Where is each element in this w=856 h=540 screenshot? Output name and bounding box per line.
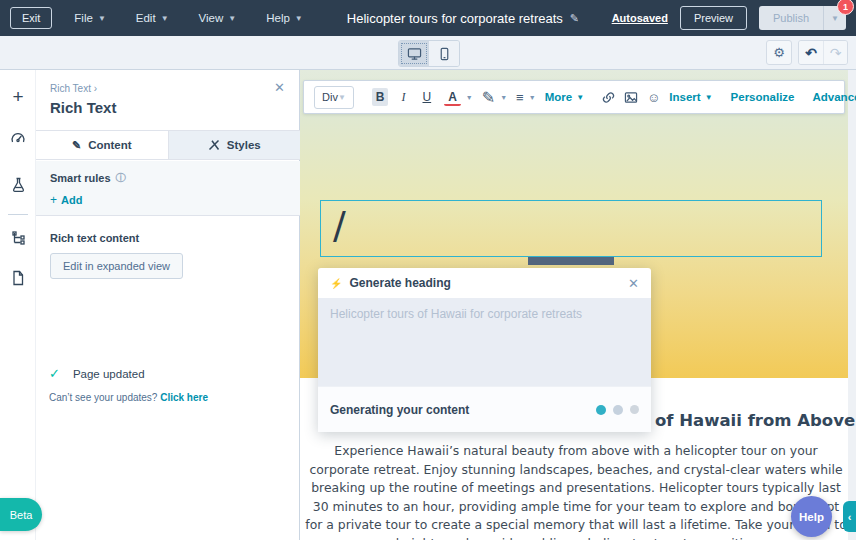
mobile-icon [438,47,451,61]
chevron-down-icon[interactable]: ▼ [529,94,536,101]
prompt-input[interactable]: Helicopter tours of Hawaii for corporate… [318,298,651,386]
loading-dot [613,405,623,415]
menu-view[interactable]: View ▼ [199,12,237,24]
editor-settings-group: ⚙ ↶ ↷ [766,40,848,65]
add-module-button[interactable]: + [0,80,36,114]
tree-icon [11,231,26,246]
tab-styles-label: Styles [227,139,261,151]
redo-icon: ↷ [830,45,842,61]
personalize-button[interactable]: Personalize [731,91,795,103]
rich-text-content-label: Rich text content [50,232,286,244]
prompt-placeholder: Helicopter tours of Hawaii for corporate… [330,307,639,321]
gear-icon: ⚙ [773,45,785,60]
undo-button[interactable]: ↶ [799,41,823,64]
page-title: Helicopter tours for corporate retreats [347,11,563,26]
advanced-menu[interactable]: Advanced ▼ [813,91,856,103]
close-panel-icon[interactable]: ✕ [274,80,285,95]
modal-header: ⚡ Generate heading ✕ [318,268,651,298]
exit-button[interactable]: Exit [10,7,52,29]
modal-close-icon[interactable]: ✕ [628,276,639,291]
edit-expanded-view-button[interactable]: Edit in expanded view [50,253,183,279]
info-icon[interactable]: ⓘ [116,171,126,185]
document-icon [11,270,25,286]
page-contents-button[interactable] [0,261,36,295]
menu-bar: File ▼ Edit ▼ View ▼ Help ▼ [74,12,332,24]
page-title-group: Helicopter tours for corporate retreats … [347,11,579,26]
test-flask-button[interactable] [0,168,36,202]
chevron-down-icon: ▼ [161,14,169,23]
rail-divider [8,214,28,215]
underline-button[interactable]: U [418,88,435,106]
breadcrumb[interactable]: Rich Text › [50,83,97,94]
module-drag-handle[interactable] [528,257,614,265]
click-here-link[interactable]: Click here [160,392,208,403]
menu-help[interactable]: Help ▼ [266,12,303,24]
more-label: More [545,91,572,103]
rich-text-toolbar: Div ▼ B I U A ▼ ✎ ▼ ≡ ▼ More ▼ ☺ [303,80,845,114]
tab-content-label: Content [88,139,131,151]
page-canvas: Div ▼ B I U A ▼ ✎ ▼ ≡ ▼ More ▼ ☺ [300,70,856,540]
font-color-button[interactable]: A [444,88,461,106]
chevron-down-icon: ▼ [228,14,236,23]
bold-button[interactable]: B [372,88,389,106]
status-text: Page updated [73,368,145,380]
chevron-down-icon: ▼ [295,14,303,23]
optimize-button[interactable] [0,122,36,156]
tab-styles[interactable]: Styles [168,131,301,159]
beta-badge[interactable]: Beta [0,498,42,531]
desktop-view-button[interactable] [399,41,429,66]
highlight-color-button[interactable]: ✎ [482,88,495,107]
alignment-button[interactable]: ≡ [516,90,524,105]
notification-badge[interactable]: 1 [837,0,854,15]
tab-content[interactable]: ✎ Content [36,131,168,159]
italic-button[interactable]: I [397,88,409,107]
chevron-down-icon: ▼ [576,93,584,102]
publish-button[interactable]: Publish [759,6,823,30]
more-menu[interactable]: More ▼ [545,91,584,103]
selected-rich-text-module[interactable]: / [320,200,822,257]
updates-hint: Can’t see your updates? Click here [49,392,208,403]
settings-button[interactable]: ⚙ [766,40,792,65]
top-bar: Exit File ▼ Edit ▼ View ▼ Help ▼ Helicop… [0,0,856,36]
link-icon[interactable] [602,91,615,104]
updates-hint-text: Can’t see your updates? [49,392,157,403]
panel-tabs: ✎ Content Styles [36,130,300,160]
smart-rules-label: Smart rules [50,172,111,184]
menu-edit[interactable]: Edit ▼ [136,12,169,24]
block-format-dropdown[interactable]: Div ▼ [314,86,354,109]
modal-footer: Generating your content [318,386,651,432]
emoji-icon[interactable]: ☺ [647,90,660,105]
menu-edit-label: Edit [136,12,156,24]
menu-file-label: File [74,12,93,24]
flask-icon [11,177,26,193]
menu-file[interactable]: File ▼ [74,12,105,24]
page-structure-button[interactable] [0,221,36,255]
smart-rules-section: Smart rules ⓘ + Add [36,161,300,216]
image-icon[interactable] [624,91,638,104]
top-bar-actions: Autosaved Preview Publish ▼ 1 [612,6,846,30]
scrollbar-track[interactable] [848,70,856,540]
loading-dot-active [596,405,606,415]
device-toggle-group [398,40,460,67]
mobile-view-button[interactable] [429,41,459,66]
preview-button[interactable]: Preview [680,6,747,30]
chevron-down-icon[interactable]: ▼ [466,94,473,101]
gauge-icon [10,131,26,147]
help-button[interactable]: Help [791,496,832,537]
add-link-label: Add [61,194,82,206]
page-paragraph[interactable]: Experience Hawaii’s natural beauty from … [304,442,848,540]
add-smart-rule-link[interactable]: + Add [50,193,286,207]
advanced-label: Advanced [813,91,856,103]
collapse-panel-tab[interactable]: ‹ [843,501,856,532]
autosaved-link[interactable]: Autosaved [612,12,668,24]
edit-title-icon[interactable]: ✎ [570,12,579,25]
device-toolbar: ⚙ ↶ ↷ [0,36,856,70]
chevron-down-icon[interactable]: ▼ [500,94,507,101]
insert-menu[interactable]: Insert ▼ [669,91,712,103]
chevron-down-icon: ▼ [338,93,346,102]
lightning-icon: ⚡ [330,278,342,289]
pencil-icon: ✎ [72,139,81,152]
chevron-down-icon: ▼ [705,93,713,102]
redo-button[interactable]: ↷ [823,41,847,64]
page-heading[interactable]: of Hawaii from Above [655,411,855,430]
